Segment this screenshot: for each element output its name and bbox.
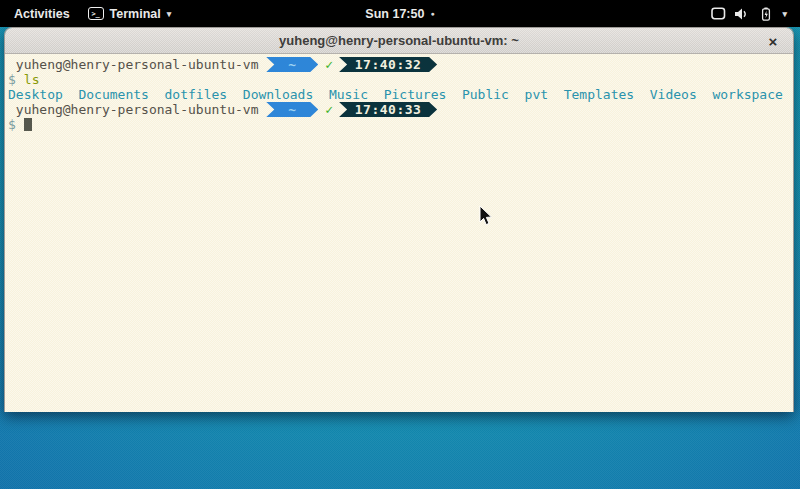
close-button[interactable]: × [763,31,783,51]
time-label: 17:40:32 [355,57,422,72]
time-segment: 17:40:32 [339,57,437,72]
chevron-down-icon: ▾ [167,9,172,19]
battery-charging-icon [759,7,773,21]
cwd-segment: ~ [266,57,318,72]
prompt-symbol: $ [8,72,16,87]
notification-dot-icon: ● [430,10,434,17]
status-check-icon: ✓ [325,102,333,117]
terminal-cursor [24,118,32,131]
cwd-segment: ~ [266,102,318,117]
time-label: 17:40:33 [355,102,422,117]
terminal-app-icon: >_ [88,7,104,20]
cwd-label: ~ [288,57,296,72]
input-line[interactable]: $ [8,117,793,132]
terminal-window: yuheng@henry-personal-ubuntu-vm: ~ × yuh… [4,27,794,412]
system-menu-chevron-down-icon: ▾ [782,9,787,19]
terminal-content[interactable]: yuheng@henry-personal-ubuntu-vm ~ ✓ 17:4… [5,54,793,412]
prompt-line-2: yuheng@henry-personal-ubuntu-vm ~ ✓ 17:4… [8,102,793,117]
user-host-label: yuheng@henry-personal-ubuntu-vm [8,102,266,117]
top-bar: Activities >_ Terminal ▾ Sun 17:50 ● ▾ [0,0,800,27]
user-host-label: yuheng@henry-personal-ubuntu-vm [8,57,266,72]
window-titlebar[interactable]: yuheng@henry-personal-ubuntu-vm: ~ × [5,28,793,54]
cwd-label: ~ [288,102,296,117]
command-text: ls [24,72,40,87]
status-check-icon: ✓ [325,57,333,72]
system-status-area[interactable]: ▾ [711,0,800,27]
command-line: $ ls [8,72,793,87]
display-icon [711,7,726,20]
activities-button[interactable]: Activities [10,7,74,21]
window-title: yuheng@henry-personal-ubuntu-vm: ~ [279,33,519,48]
ls-output: Desktop Documents dotfiles Downloads Mus… [8,87,793,102]
app-menu-label: Terminal [110,7,161,21]
time-segment: 17:40:33 [339,102,437,117]
prompt-line-1: yuheng@henry-personal-ubuntu-vm ~ ✓ 17:4… [8,57,793,72]
prompt-symbol: $ [8,117,16,132]
volume-icon [735,8,750,20]
clock-label[interactable]: Sun 17:50 [365,7,424,21]
app-menu-terminal[interactable]: >_ Terminal ▾ [88,7,172,21]
